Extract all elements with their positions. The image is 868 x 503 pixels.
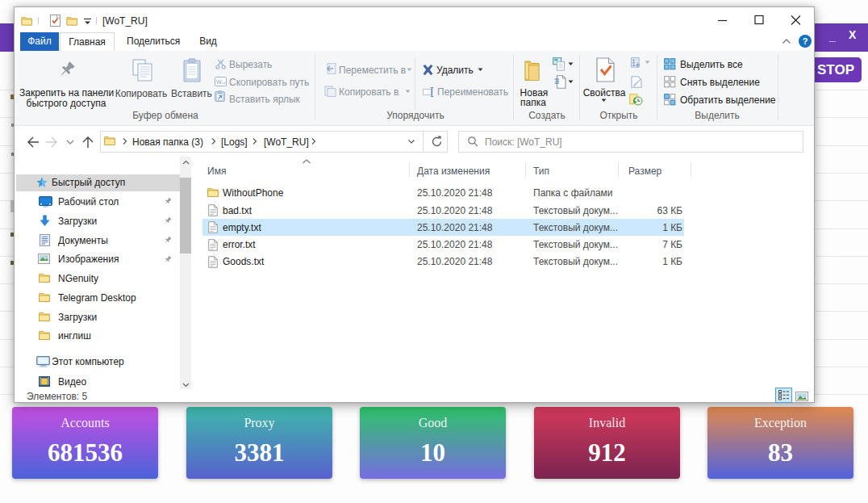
svg-text:W: W xyxy=(216,79,222,85)
